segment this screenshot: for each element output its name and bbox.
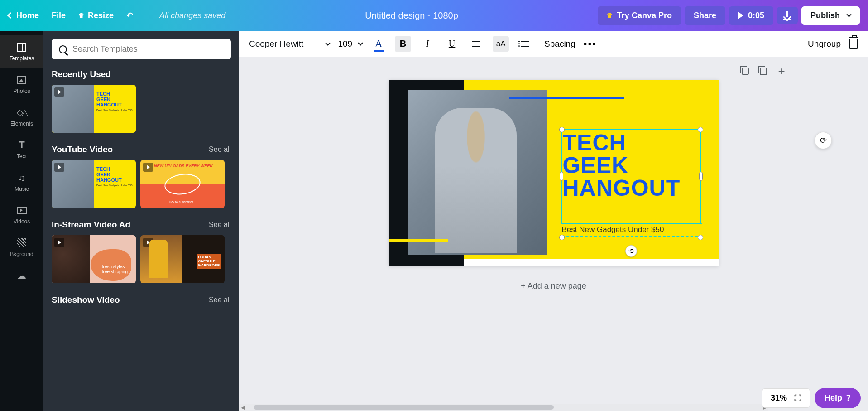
- rail-label: Photos: [13, 88, 30, 94]
- notes-button[interactable]: [740, 66, 750, 76]
- rail-elements[interactable]: ◇△ Elements: [0, 101, 43, 133]
- bold-button[interactable]: B: [395, 36, 411, 52]
- template-thumb[interactable]: NEW UPLOADS EVERY WEEK Click to subscrib…: [140, 160, 225, 208]
- template-thumb[interactable]: URBAN CAPSULE WARDROBE: [140, 235, 225, 283]
- rotate-handle[interactable]: ⟲: [625, 245, 637, 257]
- resize-handle[interactable]: [698, 127, 703, 132]
- rail-label: Templates: [10, 55, 34, 62]
- design-page[interactable]: TECH GEEK HANGOUT Best New Gadgets Under…: [389, 80, 719, 266]
- video-badge-icon: [143, 163, 153, 172]
- document-title[interactable]: Untitled design - 1080p: [365, 10, 458, 20]
- duplicate-page-button[interactable]: [758, 66, 768, 76]
- resize-handle[interactable]: [559, 235, 565, 240]
- try-pro-button[interactable]: ♛ Try Canva Pro: [598, 6, 681, 25]
- timer-value: 0:05: [748, 11, 764, 20]
- resize-handle[interactable]: [699, 172, 703, 181]
- italic-icon: I: [426, 39, 429, 49]
- file-menu[interactable]: File: [52, 11, 66, 20]
- template-thumb[interactable]: TECH GEEK HANGOUT Best New Gadgets Under…: [52, 85, 136, 133]
- rail-text[interactable]: T Text: [0, 133, 43, 166]
- plus-icon: +: [778, 64, 785, 78]
- play-timer-button[interactable]: 0:05: [729, 6, 773, 25]
- publish-label: Publish: [810, 11, 840, 20]
- rail-bkground[interactable]: Bkground: [0, 231, 43, 264]
- chevron-left-icon: [7, 12, 14, 19]
- see-all-link[interactable]: See all: [209, 221, 231, 229]
- title-line[interactable]: TECH: [563, 131, 700, 154]
- text-color-button[interactable]: A: [370, 36, 387, 52]
- resize-handle[interactable]: [560, 172, 563, 181]
- title-line[interactable]: HANGOUT: [563, 177, 700, 199]
- font-size-value: 109: [338, 39, 352, 49]
- section-title: Recently Used: [52, 69, 111, 79]
- list-button[interactable]: [517, 36, 533, 52]
- uppercase-icon: aA: [496, 39, 506, 48]
- rail-label: Elements: [10, 121, 33, 127]
- see-all-link[interactable]: See all: [209, 145, 231, 154]
- add-page-button[interactable]: + Add a new page: [389, 272, 719, 300]
- try-pro-label: Try Canva Pro: [617, 11, 672, 20]
- play-icon: [738, 12, 743, 19]
- align-left-icon: [472, 41, 480, 47]
- title-line[interactable]: GEEK: [563, 154, 700, 177]
- share-button[interactable]: Share: [685, 6, 725, 25]
- fullscreen-icon[interactable]: ⛶: [794, 394, 801, 402]
- publish-button[interactable]: Publish: [801, 6, 860, 25]
- decorative-line[interactable]: [509, 97, 624, 99]
- resize-handle[interactable]: [698, 235, 703, 240]
- see-all-link[interactable]: See all: [209, 296, 231, 304]
- background-icon: [17, 238, 26, 247]
- templates-panel: Recently Used TECH GEEK HANGOUT Best New…: [43, 31, 239, 411]
- section-recently-used: Recently Used TECH GEEK HANGOUT Best New…: [52, 69, 231, 133]
- rail-uploads[interactable]: ☁: [0, 264, 43, 287]
- zoom-value: 31%: [771, 393, 787, 403]
- photos-icon: [17, 76, 26, 84]
- section-slideshow: Slideshow Video See all: [52, 295, 231, 305]
- template-thumb[interactable]: TECH GEEK HANGOUT Best New Gadgets Under…: [52, 160, 136, 208]
- help-button[interactable]: Help ?: [815, 388, 861, 408]
- crown-icon: ♛: [607, 12, 613, 19]
- rail-videos[interactable]: Videos: [0, 198, 43, 231]
- underline-icon: U: [449, 39, 455, 49]
- uppercase-button[interactable]: aA: [493, 36, 509, 52]
- italic-button[interactable]: I: [419, 36, 436, 52]
- download-button[interactable]: [777, 7, 798, 24]
- download-icon: [783, 11, 791, 19]
- align-button[interactable]: [468, 36, 484, 52]
- subtitle-text[interactable]: Best New Gadgets Under $50: [562, 223, 702, 237]
- selected-text-group[interactable]: TECH GEEK HANGOUT Best New Gadgets Under…: [561, 129, 701, 224]
- resize-handle[interactable]: [559, 127, 565, 132]
- hero-photo[interactable]: [408, 90, 547, 255]
- templates-icon: [17, 43, 26, 52]
- more-button[interactable]: •••: [584, 38, 597, 50]
- text-color-icon: A: [374, 38, 382, 50]
- canvas-viewport[interactable]: + TECH GEEK HANGOUT Best New Gadge: [239, 57, 868, 411]
- template-thumb[interactable]: fresh styles free shipping: [52, 235, 136, 283]
- search-input[interactable]: [72, 44, 224, 54]
- spacing-button[interactable]: Spacing: [544, 39, 575, 49]
- decorative-line[interactable]: [389, 239, 448, 242]
- undo-button[interactable]: ↶: [126, 10, 133, 20]
- chevron-down-icon: [358, 40, 363, 45]
- chevron-down-icon: [846, 12, 851, 17]
- video-badge-icon: [54, 87, 64, 97]
- add-page-icon-button[interactable]: +: [777, 66, 786, 76]
- underline-button[interactable]: U: [444, 36, 460, 52]
- resize-button[interactable]: ♛ Resize: [78, 11, 114, 20]
- home-button[interactable]: Home: [8, 11, 39, 20]
- zoom-control[interactable]: 31% ⛶: [762, 388, 810, 408]
- ungroup-button[interactable]: Ungroup: [808, 39, 841, 49]
- search-templates[interactable]: [52, 39, 231, 59]
- video-badge-icon: [54, 163, 64, 172]
- rail-templates[interactable]: Templates: [0, 35, 43, 68]
- font-size-selector[interactable]: 109: [338, 39, 362, 49]
- font-selector[interactable]: Cooper Hewitt: [249, 39, 330, 49]
- section-youtube: YouTube Video See all TECH GEEK HANGOUT …: [52, 145, 231, 208]
- delete-button[interactable]: [849, 39, 858, 49]
- rail-photos[interactable]: Photos: [0, 68, 43, 101]
- video-badge-icon: [54, 238, 64, 247]
- rail-music[interactable]: ♫ Music: [0, 166, 43, 198]
- regenerate-button[interactable]: ⟳: [815, 132, 832, 149]
- rail-label: Videos: [14, 218, 30, 225]
- undo-icon: ↶: [126, 10, 133, 20]
